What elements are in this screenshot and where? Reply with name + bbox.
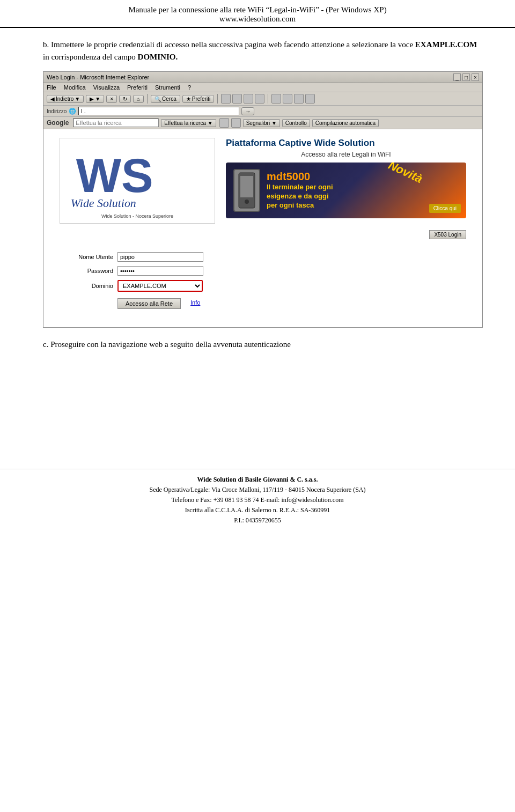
info-link[interactable]: Info xyxy=(190,299,200,306)
toolbar-separator-1 xyxy=(147,94,148,104)
back-dropdown-icon: ▼ xyxy=(75,96,80,102)
back-button[interactable]: ◀ Indietro ▼ xyxy=(47,95,84,103)
browser-menubar: File Modifica Visualizza Preferiti Strum… xyxy=(43,83,482,92)
dominio-select[interactable]: EXAMPLE.COM xyxy=(119,281,202,291)
password-input[interactable] xyxy=(117,266,203,276)
content-area: b. Immettere le proprie credenziali di a… xyxy=(0,28,515,361)
nav-icon-8 xyxy=(305,94,315,104)
google-search-input[interactable] xyxy=(73,119,159,127)
controllo-btn[interactable]: Controllo xyxy=(282,119,310,127)
svg-rect-4 xyxy=(240,176,253,197)
x503-login-button[interactable]: X503 Login xyxy=(429,230,466,239)
controllo-label: Controllo xyxy=(285,120,307,126)
section-c: c. Proseguire con la navigazione web a s… xyxy=(43,338,483,351)
x503-section: X503 Login xyxy=(60,230,466,247)
password-label: Password xyxy=(60,268,113,274)
platform-title-text: Piattaforma Captive Wide Solution xyxy=(226,138,375,148)
section-b-highlight: EXAMPLE.COM xyxy=(415,40,477,49)
close-btn[interactable]: × xyxy=(472,73,479,81)
page-header: Manuale per la connessione alla rete WiF… xyxy=(0,0,515,28)
stop-button[interactable]: × xyxy=(106,95,117,103)
menu-preferiti[interactable]: Preferiti xyxy=(127,84,148,91)
home-button[interactable]: ⌂ xyxy=(133,95,144,103)
promo-desc-line1: Il terminale per ogni xyxy=(267,183,333,191)
password-row: Password xyxy=(60,266,466,276)
menu-help[interactable]: ? xyxy=(188,84,191,91)
menu-file[interactable]: File xyxy=(47,84,56,91)
star-icon: ★ xyxy=(186,96,191,102)
dominio-label: Dominio xyxy=(60,283,113,289)
back-label: Indietro xyxy=(56,96,73,102)
access-row: Accesso alla Rete Info xyxy=(117,296,466,309)
footer-phone: Telefono e Fax: +39 081 93 58 74 E-mail:… xyxy=(0,495,515,505)
section-b-label: b. xyxy=(43,40,49,49)
nav-icon-4 xyxy=(255,94,264,104)
svg-text:WS: WS xyxy=(76,149,153,202)
dominio-row: Dominio EXAMPLE.COM xyxy=(60,280,466,292)
browser-screenshot: Web Login - Microsoft Internet Explorer … xyxy=(43,71,483,328)
menu-visualizza[interactable]: Visualizza xyxy=(93,84,120,91)
promo-desc-line3: per ogni tasca xyxy=(267,201,314,209)
google-bar: Google Effettua la ricerca ▼ Segnalibri … xyxy=(43,117,482,129)
nav-icon-7 xyxy=(294,94,304,104)
nav-icon-2 xyxy=(232,94,242,104)
header-title-line1: Manuale per la connessione alla rete WiF… xyxy=(11,5,504,14)
nome-utente-label: Nome Utente xyxy=(60,254,113,260)
toolbar-separator-3 xyxy=(268,94,268,104)
section-b-text1: Immettere le proprie credenziali di acce… xyxy=(51,40,415,49)
address-input[interactable] xyxy=(78,107,239,115)
browser-toolbar: ◀ Indietro ▼ ▶ ▼ × ↻ ⌂ 🔍 Cerca xyxy=(43,92,482,106)
footer-reg2: P.I.: 04359720655 xyxy=(0,515,515,526)
promo-cta[interactable]: Clicca qui xyxy=(429,204,461,213)
preferiti-button[interactable]: ★ Preferiti xyxy=(182,95,214,103)
google-icon-2 xyxy=(231,118,241,128)
go-button[interactable]: → xyxy=(241,107,254,115)
footer-company: Wide Solution di Basile Giovanni & C. s.… xyxy=(0,475,515,485)
compilazione-label: Compilazione automatica xyxy=(315,120,376,126)
cerca-button[interactable]: 🔍 Cerca xyxy=(151,95,180,103)
refresh-icon: ↻ xyxy=(123,96,127,102)
page-footer: Wide Solution di Basile Giovanni & C. s.… xyxy=(0,469,515,537)
nav-icon-3 xyxy=(244,94,253,104)
promo-model: mdt5000 xyxy=(267,171,459,183)
browser-titlebar: Web Login - Microsoft Internet Explorer … xyxy=(43,72,482,83)
login-page: WS Wide Solution Wide Solution - Nocera … xyxy=(43,129,482,327)
dominio-select-wrapper: EXAMPLE.COM xyxy=(117,280,203,292)
home-icon: ⌂ xyxy=(137,96,140,102)
section-c-text: Proseguire con la navigazione web a segu… xyxy=(50,340,291,349)
segnalibri-btn[interactable]: Segnalibri ▼ xyxy=(243,119,280,127)
menu-modifica[interactable]: Modifica xyxy=(64,84,86,91)
minimize-btn[interactable]: _ xyxy=(453,73,461,81)
google-search-label: Effettua la ricerca ▼ xyxy=(164,120,212,126)
nome-utente-input[interactable] xyxy=(117,252,203,262)
ws-header: WS Wide Solution Wide Solution - Nocera … xyxy=(60,138,466,224)
promo-desc-line2: esigenza e da oggi xyxy=(267,192,329,200)
nome-utente-row: Nome Utente xyxy=(60,252,466,262)
menu-strumenti[interactable]: Strumenti xyxy=(155,84,180,91)
preferiti-label: Preferiti xyxy=(192,96,210,102)
ws-promo-banner: mdt5000 Il terminale per ogni esigenza e… xyxy=(226,163,466,218)
back-arrow-icon: ◀ xyxy=(50,96,55,102)
google-logo: Google xyxy=(47,119,69,127)
go-icon: → xyxy=(245,108,251,114)
nav-icon-5 xyxy=(271,94,281,104)
cerca-label: Cerca xyxy=(162,96,176,102)
maximize-btn[interactable]: □ xyxy=(462,73,470,81)
search-icon: 🔍 xyxy=(154,96,161,102)
forward-dropdown-icon: ▼ xyxy=(95,96,100,102)
stop-icon: × xyxy=(110,96,113,102)
header-title-line2: www.widesolution.com xyxy=(11,14,504,24)
access-button[interactable]: Accesso alla Rete xyxy=(117,298,181,309)
compilazione-btn[interactable]: Compilazione automatica xyxy=(312,119,379,127)
google-search-btn[interactable]: Effettua la ricerca ▼ xyxy=(161,119,216,127)
forward-button[interactable]: ▶ ▼ xyxy=(86,95,104,103)
refresh-button[interactable]: ↻ xyxy=(119,95,131,103)
footer-reg1: Iscritta alla C.C.I.A.A. di Salerno n. R… xyxy=(0,505,515,515)
phone-icon xyxy=(233,169,260,212)
svg-point-5 xyxy=(245,200,249,204)
browser-content: WS Wide Solution Wide Solution - Nocera … xyxy=(43,129,482,327)
section-b-bold2: DOMINIO. xyxy=(138,53,178,61)
nav-icon-6 xyxy=(283,94,292,104)
address-label: Indirizzo xyxy=(47,108,67,114)
section-b: b. Immettere le proprie credenziali di a… xyxy=(43,39,483,63)
